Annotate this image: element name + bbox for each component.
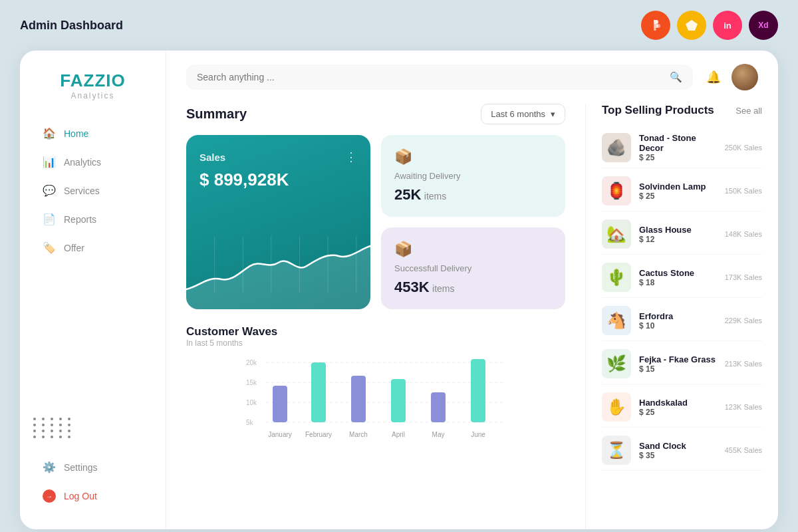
svg-rect-20 bbox=[431, 392, 446, 422]
product-name-3: Cactus Stone bbox=[639, 268, 717, 278]
product-name-7: Sand Clock bbox=[639, 441, 717, 451]
product-sales-2: 148K Sales bbox=[725, 230, 762, 238]
product-price-6: $ 25 bbox=[639, 408, 717, 417]
product-price-0: $ 25 bbox=[639, 153, 717, 162]
sidebar-item-logout[interactable]: → Log Out bbox=[33, 483, 152, 509]
svg-rect-17 bbox=[311, 362, 326, 422]
product-image-7: ⏳ bbox=[602, 436, 631, 465]
sidebar-item-services-label: Services bbox=[64, 186, 100, 196]
svg-text:June: June bbox=[471, 431, 485, 438]
svg-text:15k: 15k bbox=[246, 379, 257, 386]
delivery-cards: 📦 Awaiting Delivery 25K items 📦 Successf… bbox=[381, 135, 565, 309]
settings-icon: ⚙️ bbox=[43, 461, 56, 473]
svg-marker-1 bbox=[686, 20, 698, 31]
logout-icon: → bbox=[43, 489, 56, 503]
search-input[interactable] bbox=[197, 72, 663, 82]
sidebar-item-reports[interactable]: 📄 Reports bbox=[33, 206, 152, 232]
product-info-5: Fejka - Fkae Grass $ 15 bbox=[639, 354, 717, 374]
sketch-icon[interactable] bbox=[677, 11, 706, 40]
product-image-1: 🏮 bbox=[602, 176, 631, 205]
product-image-4: 🐴 bbox=[602, 306, 631, 335]
awaiting-delivery-card: 📦 Awaiting Delivery 25K items bbox=[381, 135, 565, 217]
left-panel: Summary Last 6 months ▾ Sales ⋮ $ 899,92… bbox=[166, 104, 585, 529]
product-item: 🌵 Cactus Stone $ 18 173K Sales bbox=[602, 257, 762, 298]
product-info-7: Sand Clock $ 35 bbox=[639, 441, 717, 460]
successful-icon: 📦 bbox=[394, 241, 552, 258]
product-item: ✋ Handskalad $ 25 123K Sales bbox=[602, 387, 762, 428]
product-name-6: Handskalad bbox=[639, 398, 717, 408]
top-bar: Admin Dashboard in Xd bbox=[0, 0, 798, 51]
svg-point-0 bbox=[656, 24, 660, 28]
product-item: 🐴 Erfordra $ 10 229K Sales bbox=[602, 301, 762, 341]
sidebar-item-reports-label: Reports bbox=[64, 214, 96, 225]
svg-text:10k: 10k bbox=[246, 399, 257, 406]
offer-icon: 🏷️ bbox=[43, 241, 56, 254]
search-bar[interactable]: 🔍 bbox=[186, 65, 693, 90]
product-item: 🏮 Solvinden Lamp $ 25 150K Sales bbox=[602, 171, 762, 211]
main-content: 🔍 🔔 Summary Last 6 months ▾ bbox=[166, 51, 778, 529]
awaiting-value: 25K bbox=[394, 186, 421, 203]
svg-rect-16 bbox=[273, 386, 287, 422]
awaiting-icon: 📦 bbox=[394, 148, 552, 166]
sidebar-item-home-label: Home bbox=[64, 128, 88, 139]
product-sales-0: 250K Sales bbox=[725, 144, 762, 152]
product-item: 🌿 Fejka - Fkae Grass $ 15 213K Sales bbox=[602, 344, 762, 384]
awaiting-label: Awaiting Delivery bbox=[394, 171, 552, 181]
product-list: 🪨 Tonad - Stone Decor $ 25 250K Sales 🏮 … bbox=[602, 128, 762, 471]
svg-text:March: March bbox=[349, 431, 368, 438]
page-title: Admin Dashboard bbox=[20, 19, 123, 33]
content-header: 🔍 🔔 bbox=[166, 51, 778, 104]
sidebar-item-logout-label: Log Out bbox=[64, 491, 97, 501]
product-info-4: Erfordra $ 10 bbox=[639, 311, 717, 331]
reports-icon: 📄 bbox=[43, 213, 56, 225]
product-info-2: Glass House $ 12 bbox=[639, 225, 717, 244]
product-item: ⏳ Sand Clock $ 35 455K Sales bbox=[602, 430, 762, 471]
svg-text:May: May bbox=[432, 431, 445, 438]
product-info-6: Handskalad $ 25 bbox=[639, 398, 717, 417]
product-sales-3: 173K Sales bbox=[725, 273, 762, 281]
product-item: 🏡 Glass House $ 12 148K Sales bbox=[602, 214, 762, 255]
product-name-1: Solvinden Lamp bbox=[639, 182, 717, 192]
search-icon: 🔍 bbox=[670, 71, 682, 83]
notification-bell-icon[interactable]: 🔔 bbox=[706, 70, 721, 84]
user-avatar[interactable] bbox=[732, 64, 758, 90]
logo-sub: Analytics bbox=[33, 91, 152, 100]
filter-button[interactable]: Last 6 months ▾ bbox=[481, 104, 565, 124]
svg-rect-18 bbox=[351, 376, 366, 422]
sidebar-item-home[interactable]: 🏠 Home bbox=[33, 120, 152, 146]
product-sales-7: 455K Sales bbox=[725, 446, 762, 454]
product-info-3: Cactus Stone $ 18 bbox=[639, 268, 717, 287]
invision-icon[interactable]: in bbox=[713, 11, 742, 40]
waves-title: Customer Waves bbox=[186, 325, 565, 338]
main-card: FAZZIO Analytics 🏠 Home 📊 Analytics 💬 Se… bbox=[20, 51, 778, 529]
svg-text:5k: 5k bbox=[246, 419, 254, 426]
sales-card-header: Sales ⋮ bbox=[200, 150, 357, 164]
product-price-4: $ 10 bbox=[639, 321, 717, 331]
sales-amount: $ 899,928K bbox=[200, 170, 357, 190]
product-name-2: Glass House bbox=[639, 225, 717, 235]
product-image-3: 🌵 bbox=[602, 263, 631, 292]
figma-icon[interactable] bbox=[641, 11, 670, 40]
product-price-2: $ 12 bbox=[639, 235, 717, 244]
sales-label: Sales bbox=[200, 152, 225, 163]
sidebar-item-services[interactable]: 💬 Services bbox=[33, 178, 152, 203]
chevron-down-icon: ▾ bbox=[551, 109, 555, 119]
sidebar-item-analytics[interactable]: 📊 Analytics bbox=[33, 149, 152, 175]
product-sales-1: 150K Sales bbox=[725, 187, 762, 195]
product-sales-4: 229K Sales bbox=[725, 317, 762, 325]
sidebar-item-settings[interactable]: ⚙️ Settings bbox=[33, 454, 152, 480]
product-image-0: 🪨 bbox=[602, 133, 631, 162]
product-price-1: $ 25 bbox=[639, 192, 717, 201]
sales-chart bbox=[186, 236, 370, 309]
summary-cards: Sales ⋮ $ 899,928K bbox=[186, 135, 565, 309]
content-body: Summary Last 6 months ▾ Sales ⋮ $ 899,92… bbox=[166, 104, 778, 529]
services-icon: 💬 bbox=[43, 184, 56, 197]
sidebar-item-offer[interactable]: 🏷️ Offer bbox=[33, 235, 152, 261]
more-options-icon[interactable]: ⋮ bbox=[345, 150, 357, 164]
sidebar: FAZZIO Analytics 🏠 Home 📊 Analytics 💬 Se… bbox=[20, 51, 166, 529]
see-all-button[interactable]: See all bbox=[735, 106, 762, 116]
product-image-5: 🌿 bbox=[602, 349, 631, 378]
top-selling-title: Top Selling Products bbox=[602, 104, 714, 117]
xd-icon[interactable]: Xd bbox=[749, 11, 778, 40]
product-sales-5: 213K Sales bbox=[725, 360, 762, 368]
